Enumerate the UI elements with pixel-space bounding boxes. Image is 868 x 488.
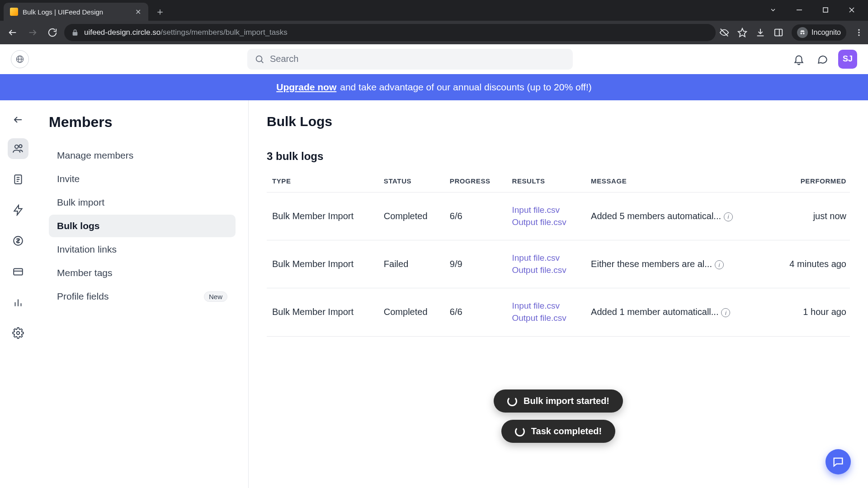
input-file-link[interactable]: Input file.csv bbox=[512, 300, 580, 312]
cell-message: Added 5 members automatical...i bbox=[585, 192, 770, 240]
toast-text: Bulk import started! bbox=[524, 396, 609, 406]
info-icon[interactable]: i bbox=[721, 308, 730, 317]
help-chat-button[interactable] bbox=[826, 449, 851, 474]
spinner-icon bbox=[515, 427, 525, 436]
cell-results: Input file.csvOutput file.csv bbox=[506, 240, 585, 288]
rail-back-button[interactable] bbox=[9, 111, 27, 128]
spinner-icon bbox=[507, 396, 517, 406]
cell-message: Either these members are al...i bbox=[585, 240, 770, 288]
svg-point-24 bbox=[19, 145, 22, 148]
new-badge: New bbox=[204, 291, 227, 302]
sidebar-item-label: Bulk import bbox=[57, 197, 104, 208]
incognito-icon bbox=[797, 27, 808, 38]
sidebar-item[interactable]: Bulk logs bbox=[49, 215, 236, 237]
rail-posts[interactable] bbox=[8, 169, 28, 190]
rail-paywalls[interactable] bbox=[8, 230, 28, 251]
svg-point-15 bbox=[858, 32, 859, 33]
tracking-off-icon[interactable] bbox=[719, 28, 729, 38]
chat-bubble-icon bbox=[832, 455, 844, 468]
upgrade-now-link[interactable]: Upgrade now bbox=[276, 82, 336, 93]
sidebar-item[interactable]: Bulk import bbox=[49, 191, 236, 214]
sidebar-item-label: Member tags bbox=[57, 267, 113, 278]
page-title: Bulk Logs bbox=[267, 114, 850, 129]
logs-count: 3 bulk logs bbox=[267, 150, 850, 163]
settings-sidebar: Members Manage membersInviteBulk importB… bbox=[36, 100, 249, 488]
cell-progress: 6/6 bbox=[444, 288, 507, 336]
sidebar-item-label: Bulk logs bbox=[57, 221, 100, 231]
info-icon[interactable]: i bbox=[715, 260, 724, 269]
document-icon bbox=[12, 174, 24, 185]
rail-plans[interactable] bbox=[8, 261, 28, 282]
rail-analytics[interactable] bbox=[8, 292, 28, 313]
cell-progress: 6/6 bbox=[444, 192, 507, 240]
table-row: Bulk Member ImportFailed9/9Input file.cs… bbox=[267, 240, 850, 288]
input-file-link[interactable]: Input file.csv bbox=[512, 204, 580, 216]
col-performed: PERFORMED bbox=[770, 173, 850, 192]
user-avatar[interactable]: SJ bbox=[838, 50, 857, 69]
table-row: Bulk Member ImportCompleted6/6Input file… bbox=[267, 288, 850, 336]
svg-rect-10 bbox=[775, 29, 783, 36]
downloads-icon[interactable] bbox=[755, 28, 765, 38]
rail-members[interactable] bbox=[8, 138, 28, 159]
bookmark-star-icon[interactable] bbox=[737, 28, 747, 38]
globe-icon bbox=[15, 55, 24, 64]
svg-point-36 bbox=[16, 332, 19, 335]
sidebar-item-label: Invite bbox=[57, 174, 80, 184]
cell-results: Input file.csvOutput file.csv bbox=[506, 192, 585, 240]
gear-icon bbox=[12, 327, 24, 339]
sidepanel-icon[interactable] bbox=[774, 28, 783, 38]
sidebar-item[interactable]: Member tags bbox=[49, 262, 236, 284]
output-file-link[interactable]: Output file.csv bbox=[512, 312, 580, 324]
sidebar-item-label: Invitation links bbox=[57, 244, 117, 255]
tab-search-button[interactable] bbox=[760, 2, 786, 18]
cell-status: Completed bbox=[378, 288, 444, 336]
window-minimize-button[interactable] bbox=[787, 2, 812, 18]
tab-close-button[interactable]: ✕ bbox=[134, 8, 142, 16]
new-tab-button[interactable]: ＋ bbox=[153, 5, 167, 19]
svg-marker-7 bbox=[738, 28, 746, 37]
sidebar-item[interactable]: Manage members bbox=[49, 144, 236, 167]
info-icon[interactable]: i bbox=[724, 212, 733, 221]
rail-workflows[interactable] bbox=[8, 200, 28, 221]
browser-tab[interactable]: Bulk Logs | UIFeed Design ✕ bbox=[4, 3, 148, 21]
browser-toolbar: uifeed-design.circle.so/settings/members… bbox=[0, 21, 868, 44]
col-message: MESSAGE bbox=[585, 173, 770, 192]
svg-rect-31 bbox=[14, 269, 23, 275]
input-file-link[interactable]: Input file.csv bbox=[512, 252, 580, 264]
window-close-button[interactable] bbox=[839, 2, 864, 18]
tab-title: Bulk Logs | UIFeed Design bbox=[23, 8, 129, 16]
cell-type: Bulk Member Import bbox=[267, 192, 378, 240]
main-content: Bulk Logs 3 bulk logs TYPE STATUS PROGRE… bbox=[249, 100, 868, 488]
sidebar-item-label: Manage members bbox=[57, 150, 133, 161]
output-file-link[interactable]: Output file.csv bbox=[512, 216, 580, 229]
svg-rect-1 bbox=[823, 8, 828, 12]
bar-chart-icon bbox=[12, 296, 24, 308]
search-icon bbox=[255, 54, 264, 64]
community-switcher-button[interactable] bbox=[11, 50, 29, 68]
sidebar-item[interactable]: Invitation links bbox=[49, 238, 236, 261]
col-progress: PROGRESS bbox=[444, 173, 507, 192]
search-placeholder: Search bbox=[270, 54, 298, 64]
col-status: STATUS bbox=[378, 173, 444, 192]
banner-text: and take advantage of our annual discoun… bbox=[340, 82, 592, 93]
browser-forward-button[interactable] bbox=[24, 24, 41, 41]
window-maximize-button[interactable] bbox=[813, 2, 838, 18]
svg-marker-29 bbox=[14, 205, 22, 215]
cell-performed: 4 minutes ago bbox=[770, 240, 850, 288]
rail-settings[interactable] bbox=[8, 323, 28, 343]
cell-performed: just now bbox=[770, 192, 850, 240]
output-file-link[interactable]: Output file.csv bbox=[512, 264, 580, 277]
browser-reload-button[interactable] bbox=[44, 24, 61, 41]
notifications-button[interactable] bbox=[791, 52, 807, 67]
cell-results: Input file.csvOutput file.csv bbox=[506, 288, 585, 336]
sidebar-item[interactable]: Invite bbox=[49, 168, 236, 190]
search-input[interactable]: Search bbox=[247, 49, 573, 70]
browser-menu-button[interactable] bbox=[854, 28, 863, 37]
browser-back-button[interactable] bbox=[5, 24, 21, 41]
incognito-indicator[interactable]: Incognito bbox=[792, 24, 846, 41]
sidebar-item[interactable]: Profile fieldsNew bbox=[49, 285, 236, 308]
svg-point-14 bbox=[858, 29, 859, 31]
cell-type: Bulk Member Import bbox=[267, 288, 378, 336]
address-bar[interactable]: uifeed-design.circle.so/settings/members… bbox=[64, 24, 716, 41]
messages-button[interactable] bbox=[815, 52, 830, 67]
